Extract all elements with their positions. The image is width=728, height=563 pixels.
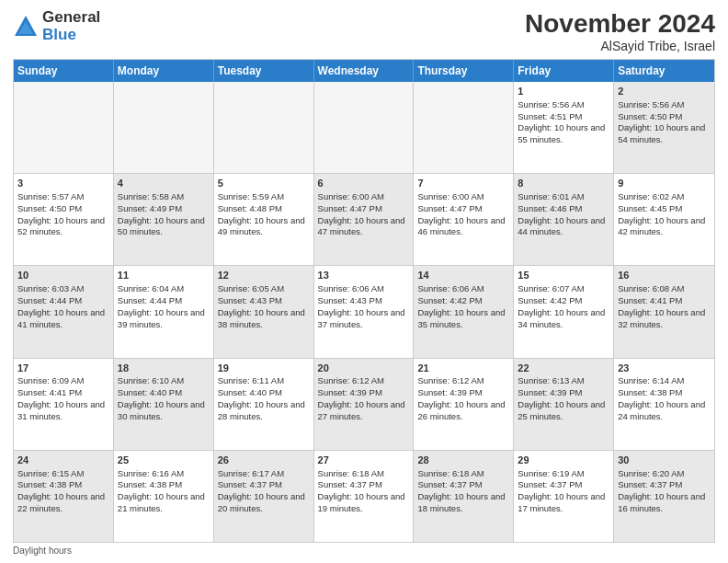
day-info: Sunrise: 6:13 AMSunset: 4:39 PMDaylight:…	[518, 375, 605, 420]
cal-cell	[114, 82, 214, 173]
cal-header-wednesday: Wednesday	[314, 60, 415, 82]
footer-note: Daylight hours	[13, 546, 715, 556]
day-info: Sunrise: 6:00 AMSunset: 4:47 PMDaylight:…	[417, 191, 505, 236]
cal-cell: 9Sunrise: 6:02 AMSunset: 4:45 PMDaylight…	[614, 174, 714, 265]
day-info: Sunrise: 6:04 AMSunset: 4:44 PMDaylight:…	[118, 283, 205, 328]
cal-cell: 30Sunrise: 6:20 AMSunset: 4:37 PMDayligh…	[614, 451, 714, 542]
day-number: 22	[518, 362, 609, 375]
day-info: Sunrise: 6:20 AMSunset: 4:37 PMDaylight:…	[618, 468, 705, 513]
day-number: 23	[618, 362, 711, 375]
day-number: 29	[518, 454, 609, 467]
day-number: 9	[618, 177, 711, 190]
day-number: 5	[218, 177, 310, 190]
calendar: SundayMondayTuesdayWednesdayThursdayFrid…	[13, 59, 715, 543]
header: General Blue November 2024 AlSayid Tribe…	[13, 9, 715, 53]
cal-cell: 14Sunrise: 6:06 AMSunset: 4:42 PMDayligh…	[414, 266, 514, 357]
day-number: 4	[118, 177, 210, 190]
cal-row-3: 10Sunrise: 6:03 AMSunset: 4:44 PMDayligh…	[14, 265, 714, 357]
day-info: Sunrise: 6:05 AMSunset: 4:43 PMDaylight:…	[218, 283, 305, 328]
cal-cell: 2Sunrise: 5:56 AMSunset: 4:50 PMDaylight…	[614, 82, 714, 173]
day-number: 6	[318, 177, 410, 190]
day-number: 8	[518, 177, 609, 190]
logo-icon	[13, 14, 39, 40]
cal-header-saturday: Saturday	[614, 60, 714, 82]
day-number: 3	[17, 177, 109, 190]
cal-row-5: 24Sunrise: 6:15 AMSunset: 4:38 PMDayligh…	[14, 450, 714, 542]
cal-cell: 20Sunrise: 6:12 AMSunset: 4:39 PMDayligh…	[314, 359, 415, 450]
cal-cell: 19Sunrise: 6:11 AMSunset: 4:40 PMDayligh…	[214, 359, 314, 450]
month-title: November 2024	[525, 9, 715, 39]
cal-cell: 17Sunrise: 6:09 AMSunset: 4:41 PMDayligh…	[14, 359, 114, 450]
day-number: 28	[417, 454, 509, 467]
day-info: Sunrise: 6:01 AMSunset: 4:46 PMDaylight:…	[518, 191, 605, 236]
day-info: Sunrise: 6:10 AMSunset: 4:40 PMDaylight:…	[118, 375, 205, 420]
cal-cell	[414, 82, 514, 173]
cal-cell	[14, 82, 114, 173]
cal-row-4: 17Sunrise: 6:09 AMSunset: 4:41 PMDayligh…	[14, 358, 714, 450]
day-number: 17	[17, 362, 109, 375]
day-info: Sunrise: 6:06 AMSunset: 4:43 PMDaylight:…	[318, 283, 405, 328]
cal-cell: 27Sunrise: 6:18 AMSunset: 4:37 PMDayligh…	[314, 451, 415, 542]
cal-header-friday: Friday	[514, 60, 614, 82]
cal-cell: 25Sunrise: 6:16 AMSunset: 4:38 PMDayligh…	[114, 451, 214, 542]
day-info: Sunrise: 6:12 AMSunset: 4:39 PMDaylight:…	[318, 375, 405, 420]
day-number: 25	[118, 454, 210, 467]
cal-cell: 21Sunrise: 6:12 AMSunset: 4:39 PMDayligh…	[414, 359, 514, 450]
day-info: Sunrise: 6:09 AMSunset: 4:41 PMDaylight:…	[17, 375, 105, 420]
day-number: 26	[218, 454, 310, 467]
logo-text: General Blue	[42, 9, 100, 43]
day-info: Sunrise: 6:15 AMSunset: 4:38 PMDaylight:…	[17, 468, 105, 513]
day-info: Sunrise: 6:16 AMSunset: 4:38 PMDaylight:…	[118, 468, 205, 513]
day-number: 12	[218, 269, 310, 282]
day-number: 15	[518, 269, 609, 282]
cal-cell: 10Sunrise: 6:03 AMSunset: 4:44 PMDayligh…	[14, 266, 114, 357]
day-info: Sunrise: 6:00 AMSunset: 4:47 PMDaylight:…	[318, 191, 405, 236]
day-info: Sunrise: 6:18 AMSunset: 4:37 PMDaylight:…	[318, 468, 405, 513]
calendar-header: SundayMondayTuesdayWednesdayThursdayFrid…	[14, 60, 714, 82]
cal-row-1: 1Sunrise: 5:56 AMSunset: 4:51 PMDaylight…	[14, 82, 714, 173]
cal-cell: 18Sunrise: 6:10 AMSunset: 4:40 PMDayligh…	[114, 359, 214, 450]
day-number: 13	[318, 269, 410, 282]
cal-cell: 11Sunrise: 6:04 AMSunset: 4:44 PMDayligh…	[114, 266, 214, 357]
day-number: 27	[318, 454, 410, 467]
calendar-body: 1Sunrise: 5:56 AMSunset: 4:51 PMDaylight…	[14, 82, 714, 542]
day-number: 10	[17, 269, 109, 282]
day-info: Sunrise: 5:58 AMSunset: 4:49 PMDaylight:…	[118, 191, 205, 236]
day-info: Sunrise: 6:02 AMSunset: 4:45 PMDaylight:…	[618, 191, 705, 236]
day-number: 21	[417, 362, 509, 375]
cal-cell: 4Sunrise: 5:58 AMSunset: 4:49 PMDaylight…	[114, 174, 214, 265]
page: General Blue November 2024 AlSayid Tribe…	[0, 0, 728, 563]
cal-cell: 8Sunrise: 6:01 AMSunset: 4:46 PMDaylight…	[514, 174, 614, 265]
location: AlSayid Tribe, Israel	[525, 39, 715, 53]
cal-cell: 22Sunrise: 6:13 AMSunset: 4:39 PMDayligh…	[514, 359, 614, 450]
cal-cell: 1Sunrise: 5:56 AMSunset: 4:51 PMDaylight…	[514, 82, 614, 173]
cal-header-monday: Monday	[114, 60, 214, 82]
day-number: 7	[417, 177, 509, 190]
cal-cell: 13Sunrise: 6:06 AMSunset: 4:43 PMDayligh…	[314, 266, 415, 357]
cal-cell: 12Sunrise: 6:05 AMSunset: 4:43 PMDayligh…	[214, 266, 314, 357]
cal-cell: 26Sunrise: 6:17 AMSunset: 4:37 PMDayligh…	[214, 451, 314, 542]
day-info: Sunrise: 6:07 AMSunset: 4:42 PMDaylight:…	[518, 283, 605, 328]
day-number: 2	[618, 85, 711, 98]
cal-header-thursday: Thursday	[414, 60, 514, 82]
day-info: Sunrise: 5:56 AMSunset: 4:50 PMDaylight:…	[618, 99, 705, 144]
cal-cell: 6Sunrise: 6:00 AMSunset: 4:47 PMDaylight…	[314, 174, 415, 265]
cal-cell	[214, 82, 314, 173]
day-info: Sunrise: 6:18 AMSunset: 4:37 PMDaylight:…	[417, 468, 505, 513]
cal-cell: 15Sunrise: 6:07 AMSunset: 4:42 PMDayligh…	[514, 266, 614, 357]
title-block: November 2024 AlSayid Tribe, Israel	[525, 9, 715, 53]
day-info: Sunrise: 6:11 AMSunset: 4:40 PMDaylight:…	[218, 375, 305, 420]
day-number: 14	[417, 269, 509, 282]
cal-cell: 5Sunrise: 5:59 AMSunset: 4:48 PMDaylight…	[214, 174, 314, 265]
day-info: Sunrise: 6:19 AMSunset: 4:37 PMDaylight:…	[518, 468, 605, 513]
day-info: Sunrise: 6:03 AMSunset: 4:44 PMDaylight:…	[17, 283, 105, 328]
day-info: Sunrise: 6:14 AMSunset: 4:38 PMDaylight:…	[618, 375, 705, 420]
day-number: 16	[618, 269, 711, 282]
cal-cell: 28Sunrise: 6:18 AMSunset: 4:37 PMDayligh…	[414, 451, 514, 542]
day-number: 24	[17, 454, 109, 467]
cal-header-tuesday: Tuesday	[214, 60, 314, 82]
day-info: Sunrise: 5:59 AMSunset: 4:48 PMDaylight:…	[218, 191, 305, 236]
cal-cell: 24Sunrise: 6:15 AMSunset: 4:38 PMDayligh…	[14, 451, 114, 542]
cal-cell: 23Sunrise: 6:14 AMSunset: 4:38 PMDayligh…	[614, 359, 714, 450]
cal-row-2: 3Sunrise: 5:57 AMSunset: 4:50 PMDaylight…	[14, 173, 714, 265]
